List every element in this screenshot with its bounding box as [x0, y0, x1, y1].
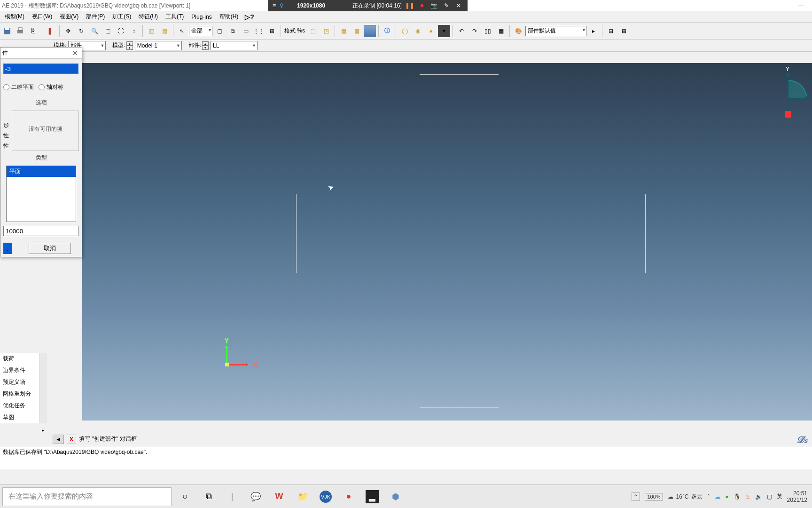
menu-tools[interactable]: 工具(T) — [162, 12, 187, 22]
tree-item-loads[interactable]: 载荷 — [0, 353, 39, 365]
datum-axis-icon[interactable]: ▤ — [158, 25, 171, 37]
type-item-plane[interactable]: 平面 — [7, 166, 76, 177]
tree-item-bc[interactable]: 边界条件 — [0, 365, 39, 376]
compass-arc-icon[interactable] — [789, 80, 807, 99]
vjk-icon[interactable]: VJK — [320, 491, 332, 503]
menu-model[interactable]: 模型(M) — [1, 12, 28, 22]
print-icon[interactable] — [14, 25, 26, 37]
perspective2-icon[interactable]: ▩ — [351, 25, 363, 37]
entity2-icon[interactable]: ⧉ — [226, 25, 239, 37]
menu-view[interactable]: 视图(V) — [56, 12, 82, 22]
info-icon[interactable]: ⓘ — [381, 25, 393, 37]
menu-feature[interactable]: 特征(U) — [135, 12, 162, 22]
abaqus-icon[interactable]: ⬢ — [389, 490, 402, 503]
menu-process[interactable]: 加工(S) — [109, 12, 135, 22]
tree-item-remesh[interactable]: 网格重划分 — [0, 388, 39, 400]
orientation-triad[interactable]: Y X Z — [219, 350, 265, 397]
dialog-titlebar[interactable]: 件 ✕ — [0, 48, 82, 59]
type-listbox[interactable]: 平面 — [6, 166, 76, 222]
compass-top-handle-icon[interactable] — [786, 72, 790, 77]
database-icon[interactable]: 🗄 — [27, 25, 39, 37]
tray-volume-icon[interactable]: 🔉 — [755, 493, 762, 500]
taskbar-search-input[interactable]: 在这里输入你要搜索的内容 — [2, 487, 172, 506]
tray-cloud-icon[interactable]: ☁ — [715, 493, 720, 500]
menu-part[interactable]: 部件(P) — [82, 12, 109, 22]
recorder-icon[interactable]: ● — [342, 490, 355, 503]
layout1-icon[interactable]: ▯▯ — [482, 25, 494, 37]
menu-help[interactable]: 帮助(H) — [216, 12, 242, 22]
entity5-icon[interactable]: ⊞ — [266, 25, 278, 37]
light1-icon[interactable]: ◯ — [398, 25, 411, 37]
cancel-button[interactable]: 取消 — [29, 243, 71, 254]
redo-icon[interactable]: ↷ — [468, 25, 481, 37]
datum-plane-icon[interactable]: ▥ — [145, 25, 157, 37]
tray-flame-icon[interactable]: ♨ — [745, 493, 750, 500]
radio-2d-planar[interactable]: 二维平面 — [3, 83, 34, 91]
render-wire-icon[interactable]: ⬚ — [307, 25, 319, 37]
rotate-icon[interactable]: ↻ — [75, 25, 87, 37]
view-compass[interactable]: Y — [770, 66, 807, 132]
render-hidden-icon[interactable]: ◳ — [320, 25, 332, 37]
ime-indicator[interactable]: 英 — [777, 492, 782, 500]
taskview-icon[interactable]: ⧉ — [202, 490, 215, 503]
zoom-badge[interactable]: 100% — [645, 493, 663, 500]
pause-icon[interactable]: ❚❚ — [406, 1, 414, 10]
tree-item-sketch[interactable]: 草图 — [0, 412, 39, 423]
camera-icon[interactable]: 📷 — [430, 1, 438, 10]
menu-viewport[interactable]: 视口(W) — [28, 12, 56, 22]
tree-item-opt[interactable]: 优化任务 — [0, 400, 39, 412]
tray-chevron-icon[interactable]: ⌃ — [632, 492, 640, 501]
hamburger-icon[interactable]: ≡ — [273, 2, 276, 9]
light2-icon[interactable]: ◉ — [412, 25, 424, 37]
perspective3-icon[interactable] — [364, 25, 376, 37]
weather-widget[interactable]: ☁ 16°C 多云 — [668, 492, 703, 500]
stop-icon[interactable]: ■ — [418, 1, 426, 10]
perspective1-icon[interactable]: ▦ — [337, 25, 350, 37]
model-stepper[interactable]: ▴▾ — [126, 41, 133, 50]
pin-icon[interactable]: ⚲ — [280, 2, 284, 9]
close-recorder-icon[interactable]: ✕ — [454, 1, 463, 10]
save-icon[interactable] — [1, 25, 13, 37]
prompt-cancel-button[interactable]: X — [67, 435, 76, 444]
compass-origin-handle-icon[interactable] — [785, 111, 791, 118]
prompt-back-button[interactable]: ◄ — [53, 435, 64, 444]
layout2-icon[interactable]: ▦ — [495, 25, 507, 37]
context-help-icon[interactable]: ▷? — [245, 13, 254, 21]
wps-icon[interactable]: W — [273, 490, 286, 503]
measure-icon[interactable]: ↕ — [128, 25, 140, 37]
color-mode-dropdown[interactable]: 部件默认值 — [525, 26, 586, 36]
part-dropdown[interactable]: LL — [211, 41, 258, 50]
wechat-icon[interactable]: 💬 — [249, 490, 262, 503]
pencil-icon[interactable]: ✎ — [442, 1, 451, 10]
light4-icon[interactable]: ✦ — [438, 25, 450, 37]
compass-horizontal-arm-icon[interactable] — [789, 98, 807, 99]
color-icon[interactable]: 🎨 — [512, 25, 524, 37]
tray-battery-icon[interactable]: ▢ — [767, 493, 772, 500]
pan-icon[interactable]: ✥ — [62, 25, 74, 37]
tree-item-predef[interactable]: 预定义场 — [0, 376, 39, 388]
part-name-input[interactable] — [3, 64, 78, 74]
model-dropdown[interactable]: Model-1 — [135, 41, 182, 50]
ok-button[interactable]: . — [3, 243, 12, 254]
zoom-icon[interactable]: 🔍 — [88, 25, 101, 37]
approx-size-input[interactable] — [3, 226, 78, 236]
cortana-icon[interactable]: ○ — [179, 490, 192, 503]
explorer-icon[interactable]: 📁 — [296, 490, 309, 503]
viewport-3d[interactable]: ➤ Y X Z — [82, 63, 812, 421]
dialog-close-button[interactable]: ✕ — [70, 49, 80, 57]
entity1-icon[interactable]: ▢ — [213, 25, 226, 37]
entity4-icon[interactable]: ⋮⋮ — [253, 25, 265, 37]
tree-scrollbar[interactable] — [39, 353, 47, 423]
part-stepper[interactable]: ▴▾ — [202, 41, 209, 50]
tray-green-icon[interactable]: ● — [725, 493, 728, 500]
tray-up-icon[interactable]: ˄ — [707, 493, 710, 500]
light3-icon[interactable]: ● — [425, 25, 437, 37]
fit-icon[interactable]: ⛶ — [115, 25, 127, 37]
terminal-icon[interactable]: ▂ — [366, 490, 379, 503]
radio-axisymmetric[interactable]: 轴对称 — [39, 83, 63, 91]
select-filter-dropdown[interactable]: 全部 — [189, 26, 212, 36]
annot2-icon[interactable]: ⊞ — [618, 25, 630, 37]
new-model-icon[interactable]: ▌ — [45, 25, 57, 37]
minimize-button[interactable]: — — [790, 0, 812, 11]
apply-color-icon[interactable]: ▸ — [587, 25, 600, 37]
